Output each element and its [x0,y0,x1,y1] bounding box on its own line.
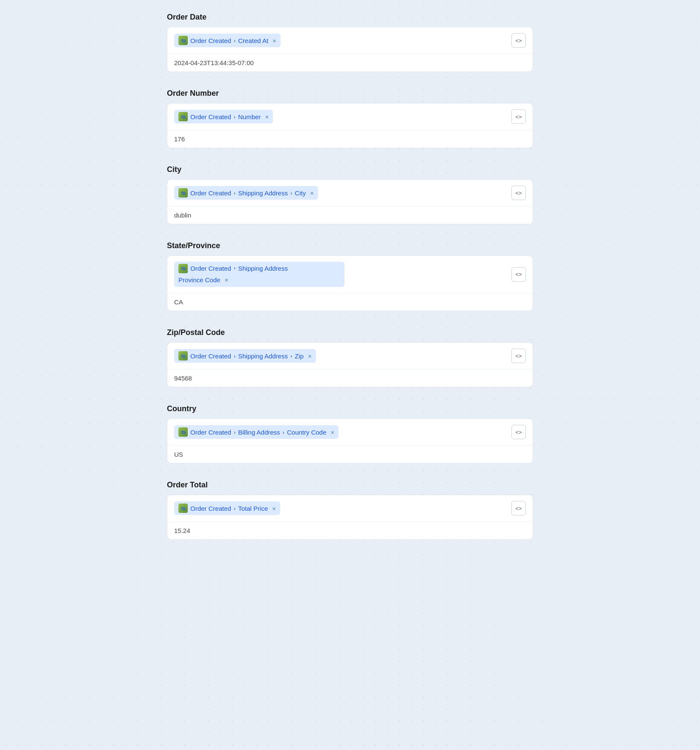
shopify-icon [178,36,188,45]
field-value-order-total: 15.24 [167,522,533,539]
field-label-city: City [167,165,533,174]
shopify-icon [178,264,188,273]
chevron-icon: › [234,505,235,512]
pill-close-button[interactable]: × [273,37,276,44]
field-label-order-total: Order Total [167,481,533,490]
code-button[interactable]: <> [511,501,526,515]
field-label-order-number: Order Number [167,89,533,98]
code-button[interactable]: <> [511,349,526,363]
code-button[interactable]: <> [511,109,526,124]
chevron-icon: › [234,353,235,359]
pill-row-order-total: Order Created›Total Price×<> [167,495,533,522]
field-value-order-date: 2024-04-23T13:44:35-07:00 [167,54,533,72]
field-pill-zip-postal: Order Created›Shipping Address›Zip× [174,349,316,363]
pill-row-state-province: Order Created›Shipping AddressProvince C… [167,256,533,293]
code-button[interactable]: <> [511,33,526,48]
pill-breadcrumb-1: Created At [238,37,268,44]
field-pill-order-date: Order Created›Created At× [174,34,281,47]
chevron-icon: › [234,190,235,196]
shopify-icon [178,504,188,513]
code-button[interactable]: <> [511,425,526,439]
field-card-country: Order Created›Billing Address›Country Co… [167,418,533,464]
shopify-icon [178,188,188,198]
field-section-zip-postal: Zip/Postal CodeOrder Created›Shipping Ad… [167,328,533,387]
pill-close-button[interactable]: × [331,429,335,436]
pill-breadcrumb-2: Province Code [178,275,220,285]
pill-breadcrumb-2: City [295,189,306,197]
field-card-state-province: Order Created›Shipping AddressProvince C… [167,255,533,311]
field-pill-country: Order Created›Billing Address›Country Co… [174,425,339,439]
pill-close-button[interactable]: × [272,505,276,512]
pill-close-button[interactable]: × [224,275,228,285]
field-value-state-province: CA [167,293,533,311]
field-label-order-date: Order Date [167,13,533,22]
shopify-icon [178,427,188,437]
field-value-zip-postal: 94568 [167,369,533,387]
field-section-country: CountryOrder Created›Billing Address›Cou… [167,404,533,464]
field-section-city: CityOrder Created›Shipping Address›City×… [167,165,533,224]
field-pill-order-number: Order Created›Number× [174,110,273,123]
field-pill-state-province: Order Created›Shipping AddressProvince C… [174,262,344,287]
pill-row-city: Order Created›Shipping Address›City×<> [167,180,533,206]
field-section-order-number: Order NumberOrder Created›Number×<>176 [167,89,533,148]
shopify-icon [178,351,188,361]
pill-close-button[interactable]: × [308,352,312,360]
chevron-icon: › [234,264,235,272]
field-label-zip-postal: Zip/Postal Code [167,328,533,337]
pill-breadcrumb-1: Shipping Address [238,264,288,274]
pill-breadcrumb-1: Total Price [238,505,268,512]
pill-source: Order Created [190,189,231,197]
field-card-order-number: Order Created›Number×<>176 [167,103,533,148]
field-section-order-date: Order DateOrder Created›Created At×<>202… [167,13,533,72]
pill-source: Order Created [190,37,231,44]
field-card-order-total: Order Created›Total Price×<>15.24 [167,495,533,540]
pill-source: Order Created [190,429,231,436]
chevron-icon: › [290,190,292,196]
pill-breadcrumb-1: Shipping Address [238,189,288,197]
field-card-zip-postal: Order Created›Shipping Address›Zip×<>945… [167,342,533,387]
pill-breadcrumb-1: Shipping Address [238,352,288,360]
pill-source: Order Created [190,113,231,120]
field-section-order-total: Order TotalOrder Created›Total Price×<>1… [167,481,533,540]
pill-row-order-date: Order Created›Created At×<> [167,27,533,54]
chevron-icon: › [234,114,235,120]
pill-source: Order Created [190,264,231,274]
field-label-state-province: State/Province [167,241,533,250]
code-button[interactable]: <> [511,186,526,200]
field-pill-city: Order Created›Shipping Address›City× [174,186,318,200]
field-card-order-date: Order Created›Created At×<>2024-04-23T13… [167,27,533,72]
field-value-city: dublin [167,206,533,224]
content-area: Order DateOrder Created›Created At×<>202… [158,13,542,737]
code-button[interactable]: <> [511,267,526,282]
pill-close-button[interactable]: × [265,113,269,120]
field-pill-order-total: Order Created›Total Price× [174,501,280,515]
pill-breadcrumb-1: Billing Address [238,429,280,436]
pill-source: Order Created [190,352,231,360]
field-section-state-province: State/ProvinceOrder Created›Shipping Add… [167,241,533,311]
chevron-icon: › [290,353,292,359]
chevron-icon: › [234,37,235,44]
chevron-icon: › [234,429,235,435]
pill-close-button[interactable]: × [310,189,314,197]
page-container: Order DateOrder Created›Created At×<>202… [0,0,700,750]
field-card-city: Order Created›Shipping Address›City×<>du… [167,179,533,224]
shopify-icon [178,112,188,121]
pill-row-country: Order Created›Billing Address›Country Co… [167,419,533,446]
pill-row-zip-postal: Order Created›Shipping Address›Zip×<> [167,343,533,369]
chevron-icon: › [283,429,284,435]
pill-source: Order Created [190,505,231,512]
pill-row-order-number: Order Created›Number×<> [167,103,533,130]
field-value-country: US [167,446,533,463]
field-value-order-number: 176 [167,130,533,148]
pill-breadcrumb-1: Number [238,113,261,120]
pill-breadcrumb-2: Country Code [287,429,327,436]
field-label-country: Country [167,404,533,413]
pill-breadcrumb-2: Zip [295,352,304,360]
